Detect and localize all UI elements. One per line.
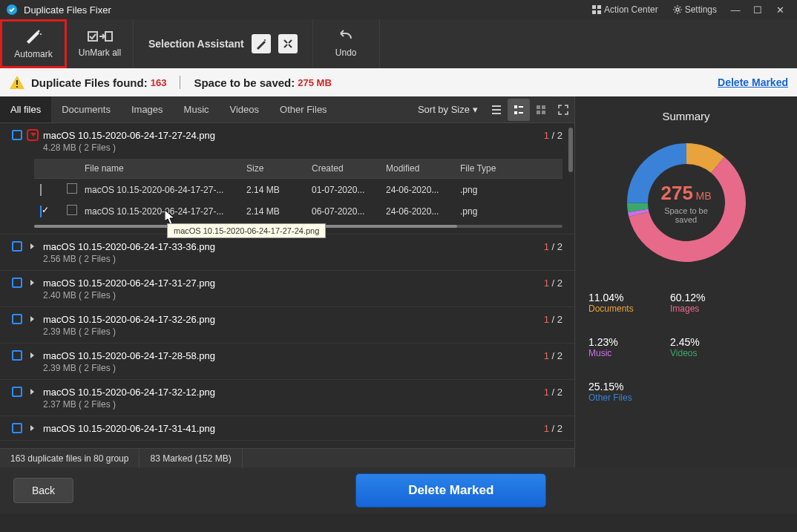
stat-documents: 11.04%Documents (588, 292, 640, 314)
svg-rect-16 (519, 112, 523, 114)
delete-marked-link[interactable]: Delete Marked (718, 76, 788, 88)
info-bar: Duplicate Files found: 163 Space to be s… (0, 68, 797, 96)
svg-rect-18 (542, 105, 545, 109)
col-modified[interactable]: Modified (380, 159, 454, 178)
group-checkbox[interactable] (12, 423, 22, 433)
unmark-label: UnMark all (79, 47, 121, 58)
stat-pct: 60.12% (670, 292, 722, 303)
summary-value: 275 (660, 182, 692, 204)
automark-button[interactable]: Automark (0, 19, 67, 68)
col-filetype[interactable]: File Type (454, 159, 514, 178)
stat-label: Images (670, 303, 722, 314)
cursor-icon (165, 210, 175, 225)
fullscreen-button[interactable] (552, 99, 574, 121)
svg-rect-2 (597, 5, 601, 9)
scrollbar[interactable] (568, 128, 573, 172)
group-size: 2.40 MB ( 2 Files ) (43, 290, 563, 301)
tab-images[interactable]: Images (121, 96, 174, 122)
stat-label: Videos (670, 348, 722, 358)
stat-pct: 11.04% (588, 292, 640, 303)
expand-toggle[interactable] (27, 422, 39, 434)
summary-title: Summary (588, 110, 784, 122)
assistant-wand-button[interactable] (252, 34, 271, 53)
close-button[interactable]: ✕ (769, 4, 791, 16)
file-row[interactable]: macOS 10.15-2020-06-24-17-27-...2.14 MB0… (34, 200, 563, 222)
tab-music[interactable]: Music (174, 96, 220, 122)
file-table: File nameSizeCreatedModifiedFile Typemac… (34, 159, 563, 228)
view-detail-button[interactable] (508, 99, 530, 121)
tab-other[interactable]: Other Files (269, 96, 338, 122)
expand-toggle[interactable] (27, 240, 39, 252)
expand-toggle[interactable] (27, 277, 39, 289)
action-center-button[interactable]: Action Center (585, 1, 666, 18)
file-type: .png (454, 180, 514, 200)
group-checkbox[interactable] (12, 314, 22, 324)
warning-icon (9, 74, 25, 91)
selection-assistant-group: Selection Assistant (134, 19, 313, 68)
file-modified: 24-06-2020... (380, 202, 454, 221)
group-checkbox[interactable] (12, 241, 22, 252)
view-grid-button[interactable] (530, 99, 552, 121)
back-button[interactable]: Back (13, 478, 73, 503)
summary-unit: MB (696, 190, 712, 202)
file-checkbox[interactable] (40, 184, 42, 196)
group: macOS 10.15-2020-06-24-17-27-24.png1 / 2… (0, 123, 574, 234)
titlebar: Duplicate Files Fixer Action Center Sett… (0, 0, 797, 19)
svg-rect-17 (537, 105, 540, 109)
file-icon (67, 183, 77, 194)
group: macOS 10.15-2020-06-24-17-33-36.png1 / 2… (0, 234, 574, 271)
file-type: .png (454, 202, 514, 221)
tab-documents[interactable]: Documents (51, 96, 121, 122)
undo-button[interactable]: Undo (313, 19, 380, 68)
settings-button[interactable]: Settings (666, 1, 724, 18)
group-name: macOS 10.15-2020-06-24-17-33-36.png (43, 241, 215, 252)
status-bar: 163 duplicate files in 80 group 83 Marke… (0, 448, 574, 467)
summary-stats: 11.04%Documents60.12%Images1.23%Music2.4… (588, 292, 784, 403)
view-list-button[interactable] (485, 99, 508, 121)
svg-point-6 (38, 30, 40, 33)
wand-icon (24, 28, 43, 45)
delete-marked-button[interactable]: Delete Marked (355, 473, 546, 508)
group-count: 1 / 2 (544, 387, 563, 398)
stat-other-files: 25.15%Other Files (588, 381, 640, 403)
status-marked: 83 Marked (152 MB) (140, 449, 242, 468)
file-size: 2.14 MB (240, 202, 306, 221)
tab-videos[interactable]: Videos (220, 96, 270, 122)
expand-toggle[interactable] (27, 129, 39, 141)
file-created: 01-07-2020... (306, 180, 380, 200)
assistant-tools-button[interactable] (278, 34, 298, 53)
maximize-button[interactable]: ☐ (747, 4, 769, 16)
group-size: 2.39 MB ( 2 Files ) (43, 363, 563, 373)
stat-pct: 1.23% (588, 336, 640, 348)
undo-icon (336, 30, 355, 43)
file-row[interactable]: macOS 10.15-2020-06-24-17-27-...2.14 MB0… (34, 179, 563, 200)
file-modified: 24-06-2020... (380, 180, 454, 200)
group-name: macOS 10.15-2020-06-24-17-31-27.png (43, 278, 215, 289)
minimize-button[interactable]: — (724, 4, 747, 16)
app-title: Duplicate Files Fixer (24, 4, 585, 16)
file-name: macOS 10.15-2020-06-24-17-27-... (79, 202, 240, 221)
file-checkbox[interactable] (40, 206, 42, 217)
group-checkbox[interactable] (12, 278, 22, 288)
group-checkbox[interactable] (12, 350, 22, 361)
svg-rect-9 (105, 32, 112, 41)
automark-label: Automark (14, 49, 52, 59)
space-label: Space to be saved: (194, 76, 295, 89)
sort-dropdown[interactable]: Sort by Size ▾ (410, 98, 485, 121)
col-size[interactable]: Size (240, 159, 306, 178)
expand-toggle[interactable] (27, 349, 39, 361)
group-size: 2.37 MB ( 2 Files ) (43, 399, 563, 410)
unmark-all-button[interactable]: UnMark all (67, 19, 134, 68)
col-created[interactable]: Created (306, 159, 380, 178)
tooltip: macOS 10.15-2020-06-24-17-27-24.png (167, 223, 326, 238)
group-checkbox[interactable] (12, 387, 22, 397)
expand-toggle[interactable] (27, 386, 39, 398)
group-checkbox[interactable] (12, 130, 22, 140)
expand-toggle[interactable] (27, 313, 39, 325)
group: macOS 10.15-2020-06-24-17-28-58.png1 / 2… (0, 344, 574, 380)
group: macOS 10.15-2020-06-24-17-31-41.png1 / 2 (0, 416, 574, 441)
group-name: macOS 10.15-2020-06-24-17-28-58.png (43, 350, 215, 361)
tab-all-files[interactable]: All files (0, 96, 51, 122)
group-size: 2.39 MB ( 2 Files ) (43, 326, 563, 337)
col-filename[interactable]: File name (79, 159, 240, 178)
